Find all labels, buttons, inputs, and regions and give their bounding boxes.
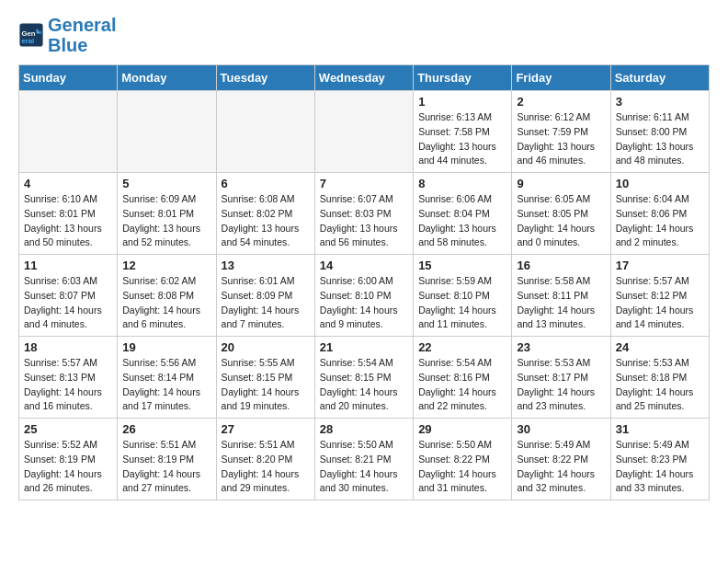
daylight-label: Daylight: 13 hours and 46 minutes. (517, 141, 595, 167)
day-info: Sunrise: 6:07 AMSunset: 8:03 PMDaylight:… (320, 192, 408, 250)
day-header-saturday: Saturday (610, 65, 709, 91)
day-number: 20 (222, 340, 310, 354)
daylight-label: Daylight: 13 hours and 58 minutes. (418, 223, 496, 248)
calendar-cell: 31Sunrise: 5:49 AMSunset: 8:23 PMDayligh… (610, 419, 709, 500)
day-info: Sunrise: 6:05 AMSunset: 8:05 PMDaylight:… (517, 192, 605, 250)
daylight-label: Daylight: 14 hours and 13 minutes. (517, 304, 595, 330)
sunrise-label: Sunrise: 6:05 AM (517, 193, 590, 204)
calendar-cell: 20Sunrise: 5:55 AMSunset: 8:15 PMDayligh… (216, 337, 314, 419)
calendar-cell: 11Sunrise: 6:03 AMSunset: 8:07 PMDayligh… (19, 255, 118, 337)
day-number: 19 (122, 340, 210, 354)
svg-text:eral: eral (22, 37, 35, 45)
day-number: 16 (517, 259, 605, 272)
calendar-cell: 12Sunrise: 6:02 AMSunset: 8:08 PMDayligh… (118, 255, 216, 337)
calendar-cell: 25Sunrise: 5:52 AMSunset: 8:19 PMDayligh… (19, 419, 118, 500)
daylight-label: Daylight: 14 hours and 23 minutes. (517, 386, 595, 412)
sunrise-label: Sunrise: 5:57 AM (616, 275, 689, 286)
daylight-label: Daylight: 14 hours and 11 minutes. (418, 304, 496, 330)
calendar-cell: 1Sunrise: 6:13 AMSunset: 7:58 PMDaylight… (414, 91, 512, 173)
day-info: Sunrise: 6:06 AMSunset: 8:04 PMDaylight:… (418, 192, 506, 250)
page-header: Gen eral GeneralBlue (18, 15, 710, 55)
day-header-tuesday: Tuesday (216, 65, 314, 91)
sunset-label: Sunset: 8:22 PM (517, 454, 588, 465)
calendar-week-5: 25Sunrise: 5:52 AMSunset: 8:19 PMDayligh… (19, 419, 710, 500)
calendar-cell: 22Sunrise: 5:54 AMSunset: 8:16 PMDayligh… (414, 337, 512, 419)
day-number: 22 (418, 340, 506, 354)
day-number: 8 (418, 177, 506, 190)
sunrise-label: Sunrise: 5:52 AM (24, 439, 97, 450)
day-number: 13 (222, 259, 310, 272)
calendar-week-3: 11Sunrise: 6:03 AMSunset: 8:07 PMDayligh… (19, 255, 710, 337)
daylight-label: Daylight: 13 hours and 52 minutes. (122, 223, 200, 248)
day-number: 27 (222, 422, 310, 436)
sunset-label: Sunset: 8:16 PM (418, 372, 490, 383)
day-info: Sunrise: 6:12 AMSunset: 7:59 PMDaylight:… (517, 110, 605, 168)
sunrise-label: Sunrise: 5:55 AM (222, 357, 295, 368)
calendar-cell: 17Sunrise: 5:57 AMSunset: 8:12 PMDayligh… (610, 255, 709, 337)
sunrise-label: Sunrise: 5:51 AM (222, 439, 295, 450)
day-info: Sunrise: 5:57 AMSunset: 8:13 PMDaylight:… (24, 356, 112, 414)
daylight-label: Daylight: 14 hours and 20 minutes. (320, 386, 398, 412)
calendar-cell (19, 91, 118, 173)
sunrise-label: Sunrise: 5:53 AM (517, 357, 590, 368)
day-info: Sunrise: 5:50 AMSunset: 8:21 PMDaylight:… (320, 438, 408, 496)
day-info: Sunrise: 6:09 AMSunset: 8:01 PMDaylight:… (122, 192, 210, 250)
daylight-label: Daylight: 14 hours and 17 minutes. (122, 386, 200, 412)
sunrise-label: Sunrise: 6:08 AM (222, 193, 295, 204)
day-number: 26 (122, 422, 210, 436)
daylight-label: Daylight: 14 hours and 16 minutes. (24, 386, 102, 412)
sunrise-label: Sunrise: 5:54 AM (320, 357, 393, 368)
calendar-cell: 4Sunrise: 6:10 AMSunset: 8:01 PMDaylight… (19, 173, 118, 255)
day-info: Sunrise: 5:57 AMSunset: 8:12 PMDaylight:… (616, 274, 704, 332)
calendar-cell: 29Sunrise: 5:50 AMSunset: 8:22 PMDayligh… (414, 419, 512, 500)
calendar-cell: 26Sunrise: 5:51 AMSunset: 8:19 PMDayligh… (118, 419, 216, 500)
calendar-cell: 9Sunrise: 6:05 AMSunset: 8:05 PMDaylight… (512, 173, 610, 255)
sunrise-label: Sunrise: 6:06 AM (418, 193, 492, 204)
calendar-cell: 19Sunrise: 5:56 AMSunset: 8:14 PMDayligh… (118, 337, 216, 419)
sunset-label: Sunset: 8:11 PM (517, 290, 588, 301)
day-info: Sunrise: 5:56 AMSunset: 8:14 PMDaylight:… (122, 356, 210, 414)
day-info: Sunrise: 6:08 AMSunset: 8:02 PMDaylight:… (222, 192, 310, 250)
calendar-cell: 28Sunrise: 5:50 AMSunset: 8:21 PMDayligh… (314, 419, 413, 500)
calendar-cell: 5Sunrise: 6:09 AMSunset: 8:01 PMDaylight… (118, 173, 216, 255)
day-info: Sunrise: 5:51 AMSunset: 8:20 PMDaylight:… (222, 438, 310, 496)
sunrise-label: Sunrise: 6:00 AM (320, 275, 393, 286)
sunset-label: Sunset: 8:09 PM (222, 290, 293, 301)
day-info: Sunrise: 5:58 AMSunset: 8:11 PMDaylight:… (517, 274, 605, 332)
daylight-label: Daylight: 13 hours and 54 minutes. (222, 223, 300, 248)
day-number: 11 (24, 259, 112, 272)
daylight-label: Daylight: 14 hours and 25 minutes. (616, 386, 694, 412)
sunset-label: Sunset: 8:00 PM (616, 126, 688, 137)
sunrise-label: Sunrise: 5:49 AM (517, 439, 590, 450)
sunset-label: Sunset: 8:14 PM (122, 372, 194, 383)
calendar-cell: 16Sunrise: 5:58 AMSunset: 8:11 PMDayligh… (512, 255, 610, 337)
logo-text: GeneralBlue (48, 15, 116, 55)
daylight-label: Daylight: 14 hours and 22 minutes. (418, 386, 496, 412)
day-info: Sunrise: 5:51 AMSunset: 8:19 PMDaylight:… (122, 438, 210, 496)
sunrise-label: Sunrise: 6:09 AM (122, 193, 196, 204)
sunset-label: Sunset: 7:59 PM (517, 126, 588, 137)
calendar-cell: 13Sunrise: 6:01 AMSunset: 8:09 PMDayligh… (216, 255, 314, 337)
calendar-cell: 3Sunrise: 6:11 AMSunset: 8:00 PMDaylight… (610, 91, 709, 173)
daylight-label: Daylight: 14 hours and 14 minutes. (616, 304, 694, 330)
day-number: 18 (24, 340, 112, 354)
logo: Gen eral GeneralBlue (18, 15, 116, 55)
calendar-cell (118, 91, 216, 173)
day-info: Sunrise: 5:55 AMSunset: 8:15 PMDaylight:… (222, 356, 310, 414)
calendar-body: 1Sunrise: 6:13 AMSunset: 7:58 PMDaylight… (19, 91, 710, 500)
day-info: Sunrise: 6:00 AMSunset: 8:10 PMDaylight:… (320, 274, 408, 332)
sunrise-label: Sunrise: 6:07 AM (320, 193, 393, 204)
sunrise-label: Sunrise: 5:51 AM (122, 439, 196, 450)
daylight-label: Daylight: 14 hours and 2 minutes. (616, 223, 694, 248)
sunrise-label: Sunrise: 5:58 AM (517, 275, 590, 286)
day-number: 21 (320, 340, 408, 354)
page-container: Gen eral GeneralBlue SundayMondayTuesday… (0, 0, 728, 515)
sunrise-label: Sunrise: 5:57 AM (24, 357, 97, 368)
day-number: 31 (616, 422, 704, 436)
calendar-cell: 21Sunrise: 5:54 AMSunset: 8:15 PMDayligh… (314, 337, 413, 419)
day-info: Sunrise: 5:50 AMSunset: 8:22 PMDaylight:… (418, 438, 506, 496)
daylight-label: Daylight: 14 hours and 0 minutes. (517, 223, 595, 248)
sunset-label: Sunset: 8:06 PM (616, 208, 688, 219)
day-info: Sunrise: 6:10 AMSunset: 8:01 PMDaylight:… (24, 192, 112, 250)
sunrise-label: Sunrise: 5:59 AM (418, 275, 492, 286)
